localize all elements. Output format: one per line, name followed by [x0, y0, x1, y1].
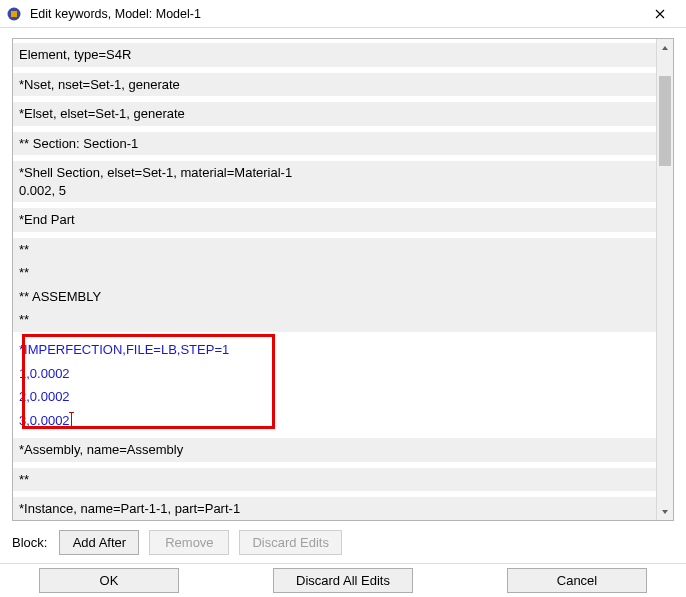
scroll-thumb[interactable]	[659, 76, 671, 166]
discard-edits-button: Discard Edits	[239, 530, 342, 555]
editor-line[interactable]: *Instance, name=Part-1-1, part=Part-1	[13, 497, 673, 520]
editor-edited-line[interactable]: 1,0.0002	[13, 362, 673, 386]
editor-container: Element, type=S4R *Nset, nset=Set-1, gen…	[12, 38, 674, 521]
block-toolbar: Block: Add After Remove Discard Edits	[0, 521, 686, 563]
editor-text: 3,0.0002	[19, 413, 70, 428]
editor-line[interactable]: **	[13, 468, 673, 492]
discard-all-edits-button[interactable]: Discard All Edits	[273, 568, 413, 593]
add-after-button[interactable]: Add After	[59, 530, 139, 555]
editor-line[interactable]: ** Section: Section-1	[13, 132, 673, 156]
app-icon	[6, 6, 22, 22]
text-caret	[71, 413, 72, 427]
editor-line[interactable]: **	[13, 308, 673, 332]
content-area: Element, type=S4R *Nset, nset=Set-1, gen…	[0, 28, 686, 521]
close-button[interactable]	[642, 2, 678, 26]
vertical-scrollbar[interactable]	[656, 39, 673, 520]
editor-edited-line[interactable]: *IMPERFECTION,FILE=LB,STEP=1	[13, 338, 673, 362]
editor-line[interactable]: *End Part	[13, 208, 673, 232]
keyword-editor[interactable]: Element, type=S4R *Nset, nset=Set-1, gen…	[13, 39, 673, 520]
editor-edited-line[interactable]: 3,0.0002	[13, 409, 673, 433]
titlebar: Edit keywords, Model: Model-1	[0, 0, 686, 28]
editor-line[interactable]: Element, type=S4R	[13, 43, 673, 67]
editor-line[interactable]: *Nset, nset=Set-1, generate	[13, 73, 673, 97]
editor-line[interactable]: *Assembly, name=Assembly	[13, 438, 673, 462]
scroll-up-arrow[interactable]	[657, 39, 673, 56]
block-label: Block:	[12, 535, 47, 550]
svg-rect-1	[11, 11, 17, 17]
editor-line[interactable]: ** ASSEMBLY	[13, 285, 673, 309]
ok-button[interactable]: OK	[39, 568, 179, 593]
scroll-down-arrow[interactable]	[657, 503, 673, 520]
cancel-button[interactable]: Cancel	[507, 568, 647, 593]
editor-line[interactable]: **	[13, 261, 673, 285]
editor-line[interactable]: **	[13, 238, 673, 262]
editor-edited-line[interactable]: 2,0.0002	[13, 385, 673, 409]
editor-line[interactable]: *Shell Section, elset=Set-1, material=Ma…	[13, 161, 673, 202]
editor-line[interactable]: *Elset, elset=Set-1, generate	[13, 102, 673, 126]
scroll-track[interactable]	[657, 56, 673, 503]
window-title: Edit keywords, Model: Model-1	[30, 7, 642, 21]
remove-button: Remove	[149, 530, 229, 555]
dialog-footer: OK Discard All Edits Cancel	[0, 563, 686, 597]
